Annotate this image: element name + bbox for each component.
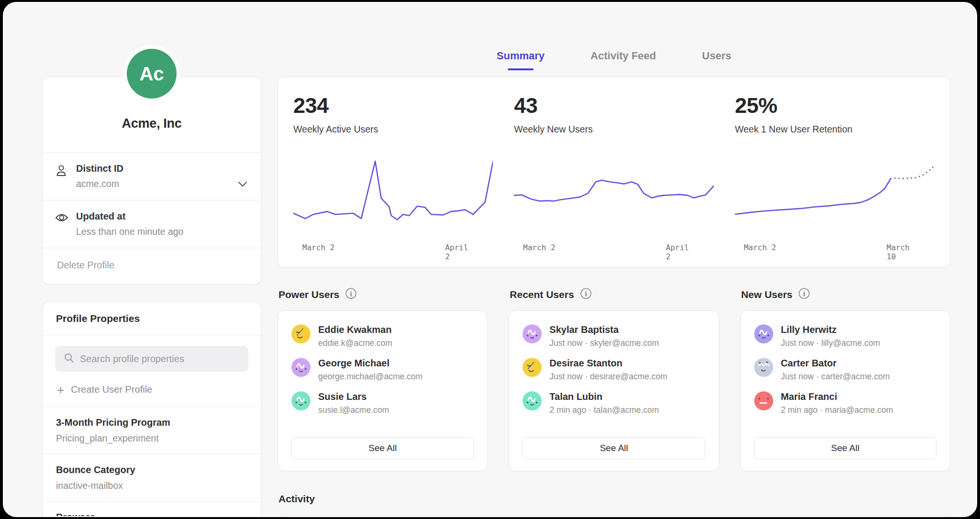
- svg-text:i: i: [350, 290, 352, 298]
- user-row[interactable]: Eddie Kwakman eddie.k@acme.com: [291, 324, 474, 348]
- property-row[interactable]: 3-Month Pricing Program Pricing_plan_exp…: [43, 407, 261, 454]
- user-row[interactable]: Lilly Herwitz Just now · lilly@acme.com: [754, 324, 936, 348]
- info-icon[interactable]: i: [798, 287, 810, 302]
- power-users-card: Eddie Kwakman eddie.k@acme.com George Mi…: [278, 310, 488, 471]
- user-detail: 2 min ago · maria@acme.com: [781, 405, 893, 415]
- x-tick: March 10: [887, 243, 919, 261]
- recent-users-card: Skylar Baptista Just now · skyler@acme.c…: [509, 310, 719, 471]
- user-row[interactable]: Maria Franci 2 min ago · maria@acme.com: [754, 391, 936, 415]
- user-avatar: [291, 358, 311, 377]
- user-name: Skylar Baptista: [549, 324, 659, 335]
- user-name: Susie Lars: [318, 391, 389, 402]
- stat-label: Weekly New Users: [514, 124, 713, 135]
- user-detail: Just now · skyler@acme.com: [549, 338, 659, 348]
- user-detail: Just now · carter@acme.com: [781, 372, 890, 382]
- profile-properties-card: Profile Properties + Create User Profile…: [42, 302, 261, 517]
- stat-label: Weekly Active Users: [293, 124, 493, 135]
- company-initials: Ac: [139, 63, 164, 85]
- search-icon: [64, 353, 74, 365]
- stat-label: Week 1 New User Retention: [735, 124, 935, 135]
- user-name: Talan Lubin: [549, 391, 659, 402]
- user-avatar: [523, 358, 542, 377]
- see-all-button[interactable]: See All: [523, 437, 705, 459]
- info-icon[interactable]: i: [580, 287, 592, 302]
- person-icon: [55, 163, 69, 189]
- user-detail: george.michael@acme.com: [318, 372, 423, 382]
- search-input[interactable]: [80, 353, 240, 364]
- profile-properties-body: + Create User Profile: [43, 335, 261, 407]
- user-row[interactable]: Desirae Stanton Just now · desirare@acme…: [523, 358, 705, 382]
- x-tick: April 2: [445, 243, 477, 261]
- see-all-button[interactable]: See All: [291, 437, 474, 459]
- property-value: inactive-mailbox: [56, 480, 247, 491]
- property-name: Browser: [56, 512, 247, 517]
- user-name: Lilly Herwitz: [781, 324, 880, 335]
- distinct-id-row: Distinct ID acme.com: [43, 152, 261, 200]
- user-detail: Just now · lilly@acme.com: [781, 338, 880, 348]
- property-name: 3-Month Pricing Program: [56, 417, 247, 428]
- user-sections: Power Users i Eddie Kwakman eddie.k@acme…: [278, 287, 950, 471]
- user-row[interactable]: Talan Lubin 2 min ago · talan@acme.com: [523, 391, 705, 415]
- tab-summary[interactable]: Summary: [497, 49, 545, 63]
- user-detail: Just now · desirare@acme.com: [549, 372, 667, 382]
- recent-users-section: Recent Users i Skylar Baptista Just now …: [509, 287, 719, 471]
- section-title: New Users: [741, 289, 792, 300]
- profile-sidebar: Ac Acme, Inc Distinct ID acme.com: [42, 3, 261, 517]
- tab-bar: Summary Activity Feed Users: [278, 49, 950, 63]
- user-detail: 2 min ago · talan@acme.com: [549, 405, 659, 415]
- user-row[interactable]: Carter Bator Just now · carter@acme.com: [754, 358, 936, 382]
- stat-weekly-active-users: 234 Weekly Active Users March 2 April 2: [293, 93, 493, 255]
- updated-at-row: Updated at Less than one minute ago: [43, 200, 261, 248]
- property-row[interactable]: Bounce Category inactive-mailbox: [43, 454, 261, 501]
- search-profile-properties[interactable]: [55, 346, 248, 372]
- profile-card: Ac Acme, Inc Distinct ID acme.com: [42, 77, 261, 285]
- property-value: Pricing_plan_experiment: [56, 433, 247, 444]
- stat-week1-retention: 25% Week 1 New User Retention March 2 Ma…: [735, 93, 935, 255]
- user-name: Eddie Kwakman: [318, 324, 392, 335]
- plus-icon: +: [57, 385, 64, 395]
- info-icon[interactable]: i: [345, 287, 357, 302]
- company-avatar: Ac: [123, 45, 180, 102]
- x-axis-ticks: March 2 April 2: [514, 243, 713, 255]
- app-window: Ac Acme, Inc Distinct ID acme.com: [3, 2, 977, 517]
- new-users-card: Lilly Herwitz Just now · lilly@acme.com …: [740, 310, 950, 471]
- week1-retention-chart: March 2 March 10: [735, 155, 935, 255]
- stat-value: 43: [514, 93, 713, 118]
- property-row[interactable]: Browser Chrome: [43, 501, 261, 517]
- user-row[interactable]: Skylar Baptista Just now · skyler@acme.c…: [523, 324, 705, 348]
- new-users-section: New Users i Lilly Herwitz Just now · lil…: [740, 287, 950, 471]
- user-avatar: [523, 324, 542, 343]
- section-title: Power Users: [278, 289, 339, 300]
- user-row[interactable]: George Michael george.michael@acme.com: [291, 358, 474, 382]
- delete-profile-button[interactable]: Delete Profile: [43, 248, 261, 284]
- weekly-new-users-chart: March 2 April 2: [514, 155, 713, 255]
- stat-value: 234: [293, 93, 493, 118]
- user-detail: eddie.k@acme.com: [318, 338, 392, 348]
- row-label: Updated at: [76, 211, 183, 222]
- summary-stats-card: 234 Weekly Active Users March 2 April 2 …: [278, 77, 950, 267]
- user-row[interactable]: Susie Lars susie.l@acme.com: [291, 391, 474, 415]
- tab-users[interactable]: Users: [702, 49, 731, 63]
- tab-activity-feed[interactable]: Activity Feed: [590, 49, 656, 63]
- x-tick: March 2: [302, 243, 334, 252]
- power-users-section: Power Users i Eddie Kwakman eddie.k@acme…: [278, 287, 488, 471]
- x-tick: March 2: [744, 243, 776, 252]
- x-axis-ticks: March 2 April 2: [293, 243, 493, 255]
- stat-value: 25%: [735, 93, 935, 118]
- chevron-down-icon[interactable]: [238, 180, 247, 189]
- user-avatar: [754, 391, 773, 410]
- x-axis-ticks: March 2 March 10: [735, 243, 935, 255]
- user-avatar: [754, 358, 773, 377]
- row-label: Distinct ID: [76, 163, 123, 174]
- user-name: Maria Franci: [781, 391, 893, 402]
- create-user-profile-button[interactable]: + Create User Profile: [57, 384, 246, 395]
- x-tick: April 2: [666, 243, 698, 261]
- user-name: Desirae Stanton: [549, 358, 667, 369]
- user-name: George Michael: [318, 358, 423, 369]
- x-tick: March 2: [523, 243, 555, 252]
- see-all-button[interactable]: See All: [754, 437, 936, 459]
- svg-text:i: i: [803, 290, 805, 298]
- profile-properties-title: Profile Properties: [43, 302, 261, 335]
- row-value: Less than one minute ago: [76, 226, 183, 237]
- svg-text:i: i: [585, 290, 587, 298]
